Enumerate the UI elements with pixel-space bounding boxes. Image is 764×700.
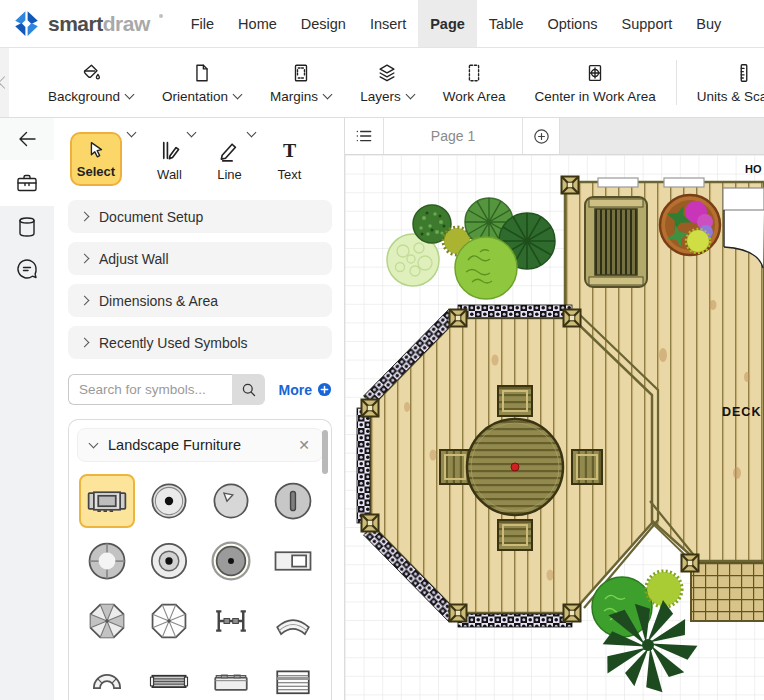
- ribbon-button-background[interactable]: Background: [37, 57, 144, 109]
- layers-icon: [376, 62, 398, 84]
- symbol-round-table-dot[interactable]: [141, 474, 197, 528]
- deck-bench[interactable]: [585, 197, 647, 287]
- menu-item-page[interactable]: Page: [418, 0, 477, 47]
- ribbon-items: BackgroundOrientationMarginsLayersWork A…: [9, 48, 764, 117]
- tool-label: Select: [77, 164, 115, 179]
- ribbon-separator: [676, 60, 677, 105]
- tool-line[interactable]: Line: [217, 132, 242, 182]
- symbol-garden-bench[interactable]: [141, 654, 197, 700]
- squiggle-bush-light[interactable]: [455, 237, 517, 299]
- menu-item-support[interactable]: Support: [610, 0, 685, 47]
- drawing-tools: SelectWallLineTText: [70, 132, 332, 186]
- symbol-lounger[interactable]: [265, 654, 321, 700]
- menu-item-table[interactable]: Table: [477, 0, 536, 47]
- chevron-down-icon: [323, 90, 333, 100]
- tool-text[interactable]: TText: [277, 132, 302, 182]
- paint-bucket-icon: [80, 62, 102, 84]
- rail-button-data[interactable]: [0, 206, 54, 248]
- rail-button-symbols[interactable]: [0, 160, 54, 206]
- ribbon-label: Orientation: [162, 89, 228, 104]
- chevron-down-icon: [233, 90, 243, 100]
- chevron-down-icon[interactable]: [127, 128, 137, 138]
- deck-stairs[interactable]: [691, 563, 764, 621]
- symbol-fire-pit[interactable]: [79, 534, 135, 588]
- ribbon-label: Center in Work Area: [534, 89, 655, 104]
- house-label-partial[interactable]: HO: [745, 163, 762, 175]
- ribbon-button-margins[interactable]: Margins: [259, 57, 342, 109]
- ribbon-collapse-button[interactable]: [0, 48, 9, 117]
- accordion-label: Recently Used Symbols: [99, 335, 248, 351]
- ribbon-button-units-scale[interactable]: Units & Scale: [686, 57, 764, 109]
- page-tab-label: Page 1: [431, 128, 475, 144]
- symbol-umbrella-shaded[interactable]: [79, 594, 135, 648]
- arrow-left-icon: [15, 127, 39, 151]
- page-tab[interactable]: Page 1: [383, 118, 523, 154]
- smartdraw-logo-icon: [13, 10, 40, 37]
- plus-circle-outline-icon: [532, 127, 551, 146]
- rail-button-back[interactable]: [0, 118, 54, 160]
- deck-label[interactable]: DECK: [722, 405, 761, 419]
- more-symbols-link[interactable]: More: [279, 382, 332, 398]
- ribbon-button-orientation[interactable]: Orientation: [151, 57, 252, 109]
- symbol-curved-bench[interactable]: [265, 594, 321, 648]
- ribbon-button-work-area[interactable]: Work Area: [432, 57, 517, 109]
- symbol-search-input[interactable]: [68, 374, 232, 405]
- symbol-umbrella-outline[interactable]: [141, 594, 197, 648]
- symbol-arc-bench[interactable]: [79, 654, 135, 700]
- symbol-round-planter[interactable]: [141, 534, 197, 588]
- menu-item-options[interactable]: Options: [536, 0, 610, 47]
- chevron-down-icon[interactable]: [187, 128, 197, 138]
- menu-item-insert[interactable]: Insert: [358, 0, 418, 47]
- menu-item-design[interactable]: Design: [289, 0, 358, 47]
- search-button[interactable]: [232, 374, 265, 405]
- comment-icon: [15, 257, 39, 281]
- text-icon: T: [277, 138, 302, 163]
- chevron-down-icon: [125, 90, 135, 100]
- symbol-coffee-table[interactable]: [203, 654, 259, 700]
- symbol-swing-frame[interactable]: [203, 594, 259, 648]
- accordion-dimensions-area[interactable]: Dimensions & Area: [68, 284, 332, 317]
- page-list-button[interactable]: [345, 118, 383, 154]
- tool-wall[interactable]: Wall: [157, 132, 182, 182]
- chevron-right-icon: [80, 338, 90, 348]
- symbol-round-table-dark[interactable]: [203, 534, 259, 588]
- flower-planter[interactable]: [660, 195, 720, 255]
- drawing-scene[interactable]: DECK HO: [345, 155, 764, 700]
- symbol-library-panel: Landscape Furniture ✕: [68, 419, 332, 700]
- accordion-label: Dimensions & Area: [99, 293, 218, 309]
- tool-select[interactable]: Select: [70, 132, 122, 186]
- svg-text:T: T: [283, 139, 296, 161]
- symbol-outdoor-sofa[interactable]: [79, 474, 135, 528]
- brand-text: smartdraw: [48, 12, 150, 36]
- menu-item-home[interactable]: Home: [226, 0, 289, 47]
- close-icon[interactable]: ✕: [298, 438, 310, 452]
- menu-item-buy[interactable]: Buy: [684, 0, 733, 47]
- cursor-icon: [85, 139, 107, 161]
- accordion-document-setup[interactable]: Document Setup: [68, 200, 332, 233]
- tool-label: Wall: [157, 167, 182, 182]
- symbol-round-chair[interactable]: [203, 474, 259, 528]
- symbol-rect-table-seat[interactable]: [265, 534, 321, 588]
- symbol-round-table-bar[interactable]: [265, 474, 321, 528]
- deck-plan-drawing[interactable]: DECK HO: [345, 155, 764, 700]
- tool-label: Line: [217, 167, 242, 182]
- rail-button-comments[interactable]: [0, 248, 54, 290]
- more-label: More: [279, 382, 312, 398]
- ribbon-button-layers[interactable]: Layers: [349, 57, 425, 109]
- page-tabbar: Page 1: [345, 118, 764, 155]
- menubar: smartdraw FileHomeDesignInsertPageTableO…: [0, 0, 764, 48]
- main-menu: FileHomeDesignInsertPageTableOptionsSupp…: [179, 0, 734, 47]
- chevron-down-icon: [405, 90, 415, 100]
- ribbon-label: Margins: [270, 89, 318, 104]
- chevron-down-icon[interactable]: [89, 439, 99, 449]
- smartdraw-logo[interactable]: smartdraw: [0, 0, 179, 47]
- symbol-panel-scrollbar[interactable]: [322, 430, 328, 474]
- menu-item-file[interactable]: File: [179, 0, 226, 47]
- chevron-down-icon[interactable]: [247, 128, 257, 138]
- accordion-recently-used-symbols[interactable]: Recently Used Symbols: [68, 326, 332, 359]
- ribbon-button-center-in-work-area[interactable]: Center in Work Area: [523, 57, 666, 109]
- add-page-button[interactable]: [523, 118, 559, 154]
- accordion-adjust-wall[interactable]: Adjust Wall: [68, 242, 332, 275]
- chevron-right-icon: [80, 212, 90, 222]
- ruler-icon: [733, 62, 755, 84]
